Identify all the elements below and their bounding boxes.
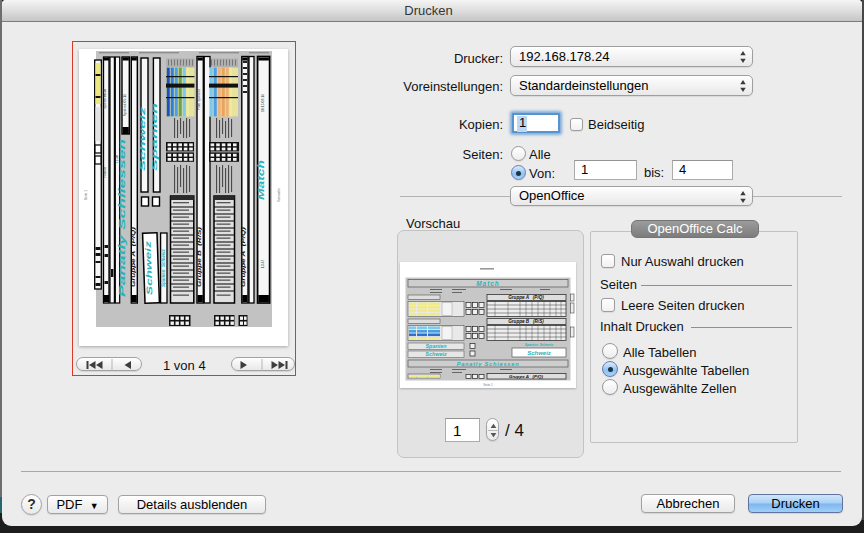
svg-text:10:15 08:16: 10:15 08:16 — [261, 94, 265, 112]
svg-text:Panatly Schliessen: Panatly Schliessen — [117, 138, 127, 297]
svg-text:Gruppe A (P/Q): Gruppe A (P/Q) — [130, 227, 136, 287]
svg-text:Spanien: Spanien — [426, 343, 448, 349]
svg-text:Schweiz: Schweiz — [143, 241, 154, 295]
svg-text:13:47: 13:47 — [261, 260, 265, 269]
svg-text:Seite 1: Seite 1 — [84, 190, 88, 200]
svg-text:Final Spielzeit: Final Spielzeit — [197, 89, 201, 110]
svg-text:Holland: Holland — [103, 166, 107, 177]
svg-text:Gruppe B (R/S): Gruppe B (R/S) — [508, 319, 544, 324]
svg-text:Spanien Schweiz: Spanien Schweiz — [161, 248, 166, 287]
svg-text:Schweiz: Schweiz — [139, 105, 146, 171]
svg-text:Spielort 08:30: Spielort 08:30 — [103, 89, 107, 109]
svg-text:Panatly Schiessen: Panatly Schiessen — [457, 361, 520, 367]
svg-text:Schweiz: Schweiz — [527, 350, 551, 356]
svg-text:Spielzeit 05:16: Spielzeit 05:16 — [123, 94, 127, 116]
svg-text:Match: Match — [476, 280, 499, 287]
svg-text:Gruppe A (P/Q): Gruppe A (P/Q) — [240, 227, 246, 287]
svg-text:Gruppe A (P/Q): Gruppe A (P/Q) — [508, 295, 544, 300]
svg-text:Spanien: Spanien — [151, 103, 159, 171]
svg-text:Gruppe B (R/S): Gruppe B (R/S) — [196, 227, 202, 287]
svg-text:Schweiz: Schweiz — [425, 351, 447, 357]
svg-text:Match: Match — [256, 160, 266, 200]
svg-text:Spanien Schweiz: Spanien Schweiz — [525, 343, 554, 347]
svg-text:Seite 1: Seite 1 — [483, 383, 493, 387]
svg-text:Gruppe A (P/Q): Gruppe A (P/Q) — [509, 374, 544, 379]
svg-text:Vorwoche: Vorwoche — [277, 188, 281, 202]
